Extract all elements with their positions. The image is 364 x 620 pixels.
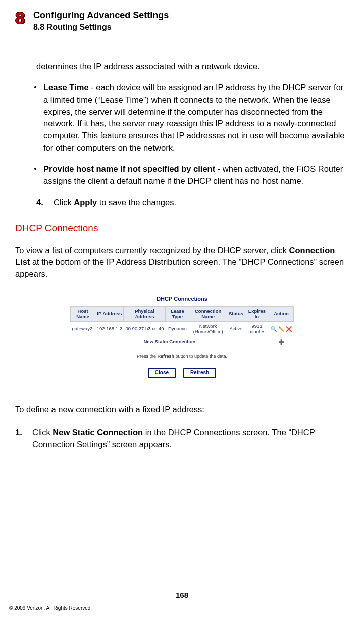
col-connection-name: Connection Name: [189, 307, 227, 322]
step-text-post: to save the changes.: [97, 198, 176, 207]
add-icon[interactable]: ➕: [278, 339, 284, 345]
bullet-text: - each device will be assigned an IP add…: [43, 83, 344, 153]
col-expires-in: Expires In: [245, 307, 269, 322]
step-text-bold: New Static Connection: [53, 427, 143, 437]
bullet-icon: [34, 86, 36, 88]
cell-connection[interactable]: Network (Home/Office): [189, 322, 227, 337]
bullet-item: Provide host name if not specified by cl…: [34, 163, 349, 187]
step-text-bold: Apply: [74, 198, 97, 207]
copyright: © 2009 Verizon. All Rights Reserved.: [9, 605, 92, 612]
col-status: Status: [227, 307, 245, 322]
cell-expires: 9931 minutes: [245, 322, 269, 337]
intro-pre: To view a list of computers currently re…: [15, 246, 289, 255]
refresh-button[interactable]: Refresh: [183, 368, 216, 378]
chapter-number: 8: [15, 9, 24, 26]
col-action: Action: [269, 307, 293, 322]
step-number: 1.: [15, 426, 27, 451]
cell-action: 🔍 ✏️ ❌: [269, 322, 293, 337]
cell-status: Active: [227, 322, 245, 337]
new-static-row: New Static Connection ➕: [71, 337, 294, 347]
dhcp-connections-screenshot: DHCP Connections Host Name IP Address Ph…: [70, 292, 294, 386]
step-number: 4.: [36, 197, 48, 209]
edit-icon[interactable]: ✏️: [278, 326, 284, 332]
bullet-term: Provide host name if not specified by cl…: [43, 164, 215, 173]
cell-lease: Dynamic: [166, 322, 189, 337]
continuation-text: determines the IP address associated wit…: [36, 61, 349, 73]
step-text-pre: Click: [32, 427, 53, 437]
intro-post: at the bottom of the IP Address Distribu…: [15, 257, 344, 278]
chapter-header: 8 Configuring Advanced Settings 8.8 Rout…: [15, 9, 349, 33]
refresh-hint: Press the Refresh button to update the d…: [70, 347, 294, 368]
view-icon[interactable]: 🔍: [270, 326, 277, 332]
bullet-term: Lease Time: [43, 83, 89, 92]
close-button[interactable]: Close: [148, 368, 176, 378]
step-4: 4. Click Apply to save the changes.: [36, 197, 349, 209]
ui-title: DHCP Connections: [70, 292, 294, 306]
section-heading: DHCP Connections: [15, 221, 349, 235]
delete-icon[interactable]: ❌: [285, 326, 292, 332]
col-physical-address: Physical Address: [124, 307, 166, 322]
cell-mac: 00:90:27:b3:ce:49: [124, 322, 166, 337]
dhcp-table: Host Name IP Address Physical Address Le…: [70, 306, 294, 347]
step-1: 1. Click New Static Connection in the DH…: [15, 426, 349, 451]
cell-ip: 192.168.1.2: [95, 322, 124, 337]
col-lease-type: Lease Type: [166, 307, 189, 322]
section-subtitle: 8.8 Routing Settings: [33, 21, 169, 33]
new-static-action: ➕: [269, 337, 293, 347]
cell-host[interactable]: gateway2: [71, 322, 95, 337]
bullet-icon: [34, 168, 36, 170]
bullet-item: Lease Time - each device will be assigne…: [34, 82, 349, 155]
table-row: gateway2 192.168.1.2 00:90:27:b3:ce:49 D…: [71, 322, 294, 337]
page-number: 168: [0, 590, 364, 601]
col-ip-address: IP Address: [95, 307, 124, 322]
chapter-title: Configuring Advanced Settings: [33, 10, 169, 21]
table-header-row: Host Name IP Address Physical Address Le…: [71, 307, 294, 322]
new-static-connection-link[interactable]: New Static Connection: [71, 337, 269, 347]
col-host-name: Host Name: [71, 307, 95, 322]
define-para: To define a new connection with a fixed …: [15, 404, 349, 416]
step-text-pre: Click: [54, 198, 74, 207]
